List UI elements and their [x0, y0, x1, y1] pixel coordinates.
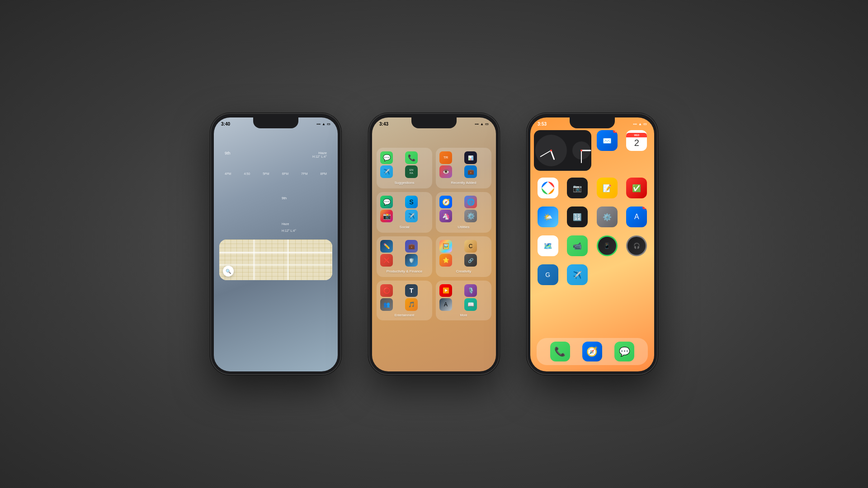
dock-messages[interactable]: 💬 — [614, 342, 634, 361]
icon-cursor: C — [464, 240, 477, 253]
map-widget[interactable]: 🔍 — [219, 239, 332, 280]
folder-recently-added-apps: TR 📊 👁️ 💼 — [439, 151, 488, 178]
settings-icon: ⚙️ — [597, 206, 618, 227]
icon-telegram-social: ✈️ — [405, 210, 418, 222]
mail-badge: 5 — [613, 130, 618, 133]
airpods-icon-home: 🎧 — [626, 235, 647, 256]
icon-typeface: T — [405, 284, 418, 297]
folder-entertainment-apps: ⭕ T 👥 🎵 — [380, 284, 429, 311]
googlemaps-icon: 🗺️ — [538, 235, 558, 256]
battery-icon: ▭ — [327, 122, 330, 126]
folder-recently-added-label: Recently Added — [439, 181, 488, 185]
icon-audiomack: 🎵 — [405, 298, 418, 311]
dock-safari[interactable]: 🧭 — [582, 342, 602, 361]
wifi-icon-2: ▲ — [480, 122, 484, 126]
clock-widget-display — [534, 130, 591, 171]
icon-teams: 💼 — [405, 240, 418, 253]
folder-productivity-apps: ✏️ 💼 ❌ 🛡️ — [380, 240, 429, 267]
reminders-icon: ✅ — [626, 178, 647, 198]
mail-icon: ✉️ 5 — [597, 130, 618, 151]
folder-more[interactable]: ▶️ 🎙️ A 📖 More — [436, 281, 491, 320]
facetime-icon: 📹 — [567, 235, 588, 256]
folder-utilities-label: Utilities — [439, 225, 488, 229]
phone-1-screen: 3:40 ▪▪▪ ▲ ▭ 🔍 Search 9th 12° Haze H: — [214, 117, 338, 371]
battery-icon-3: ▭ — [643, 122, 647, 126]
icon-ms: 💼 — [464, 165, 477, 178]
ws-detail: H:12° L:4° — [282, 229, 328, 232]
status-time-1: 3:40 — [221, 122, 230, 127]
status-icons-1: ▪▪▪ ▲ ▭ — [317, 122, 330, 126]
telegram-icon-home: ✈️ — [567, 264, 588, 285]
folder-creativity[interactable]: 🖼️ C ⭐ 🔗 Creativity — [436, 236, 491, 277]
folder-productivity[interactable]: ✏️ 💼 ❌ 🛡️ Productivity & Finance — [377, 236, 432, 277]
icon-xmind: ❌ — [380, 254, 393, 267]
folder-more-apps: ▶️ 🎙️ A 📖 — [439, 284, 488, 311]
folder-suggestions-apps: 💬 📞 ✈️ ENFA — [380, 151, 429, 178]
icon-skype: S — [405, 196, 418, 208]
weather-desc: Haze — [312, 151, 327, 155]
folder-suggestions[interactable]: 💬 📞 ✈️ ENFA Suggestions — [377, 148, 432, 188]
icon-eye-catch: 👁️ — [439, 165, 452, 178]
weather-right: Haze H:12° L:4° — [312, 151, 327, 158]
icon-settings: ⚙️ — [464, 210, 477, 222]
icon-phone: 📞 — [405, 151, 418, 164]
icon-trendyol: TR — [439, 151, 452, 164]
folder-suggestions-label: Suggestions — [380, 181, 429, 185]
status-time-3: 3:53 — [538, 122, 547, 127]
clock-min-hand-2 — [581, 150, 582, 163]
calendar-icon: WED 2 — [626, 130, 647, 151]
icon-quill: ✏️ — [380, 240, 393, 253]
wifi-icon: ▲ — [322, 122, 326, 126]
folder-creativity-apps: 🖼️ C ⭐ 🔗 — [439, 240, 488, 267]
folder-creativity-label: Creativity — [439, 269, 488, 273]
icon-shield: 🛡️ — [405, 254, 418, 267]
dock: 📞 🧭 💬 — [537, 338, 648, 365]
wifi-icon-3: ▲ — [638, 122, 642, 126]
icon-link: 🔗 — [464, 254, 477, 267]
notch-1 — [253, 117, 298, 128]
folder-utilities-apps: 🧭 🌐 🦄 ⚙️ — [439, 196, 488, 222]
phone-1: 3:40 ▪▪▪ ▲ ▭ 🔍 Search 9th 12° Haze H: — [210, 113, 341, 375]
clock-hour-hand — [550, 150, 555, 160]
phone-3: 3:53 ▪▪▪ ▲ ▭ — [527, 113, 658, 375]
calculator-icon: 🔢 — [567, 206, 588, 227]
folder-recently-added[interactable]: TR 📊 👁️ 💼 Recently Added — [436, 148, 491, 188]
status-icons-2: ▪▪▪ ▲ ▭ — [475, 122, 489, 126]
status-icons-3: ▪▪▪ ▲ ▭ — [633, 122, 647, 126]
icon-telegram: ✈️ — [380, 165, 393, 178]
phone-3-screen: 3:53 ▪▪▪ ▲ ▭ — [530, 117, 654, 371]
icon-book: 📖 — [464, 298, 477, 311]
icon-podcast: 🎙️ — [464, 284, 477, 297]
icon-chrome: 🌐 — [464, 196, 477, 208]
folder-productivity-label: Productivity & Finance — [380, 269, 429, 273]
status-time-2: 3:43 — [379, 122, 388, 127]
notch-2 — [411, 117, 457, 128]
phone-2: 3:43 ▪▪▪ ▲ ▭ 🔍 App Library 💬 📞 ✈️ ENFA — [368, 113, 500, 375]
map-search-button[interactable]: 🔍 — [223, 266, 234, 277]
analog-clock-main — [535, 135, 567, 166]
notch-3 — [570, 117, 615, 128]
folder-social-label: Social — [380, 225, 429, 229]
folder-social-apps: 💬 S 📸 ✈️ — [380, 196, 429, 222]
folder-social[interactable]: 💬 S 📸 ✈️ Social — [377, 192, 432, 233]
folder-utilities[interactable]: 🧭 🌐 🦄 ⚙️ Utilities — [436, 192, 491, 233]
signal-icon-3: ▪▪▪ — [633, 122, 637, 126]
clock-hour-hand-2 — [581, 150, 591, 151]
icon-safari: 🧭 — [439, 196, 452, 208]
icon-red-app: ⭕ — [380, 284, 393, 297]
signal-icon-2: ▪▪▪ — [475, 122, 479, 126]
camera-icon: 📷 — [567, 178, 588, 198]
clock-center-dot — [550, 150, 552, 151]
weather-haze: H:12° L:4° — [312, 155, 327, 158]
icon-instagram: 📸 — [380, 210, 393, 222]
icon-talk: 👥 — [380, 298, 393, 311]
dock-phone[interactable]: 📞 — [550, 342, 570, 361]
folder-entertainment[interactable]: ⭕ T 👥 🎵 Entertainment — [377, 281, 432, 320]
icon-messages: 💬 — [380, 151, 393, 164]
icon-youtube: ▶️ — [439, 284, 452, 297]
weather-icon: 🌤️ — [538, 206, 558, 227]
appstore-badge: 5 — [642, 206, 647, 209]
ws-desc: Haze — [282, 222, 328, 225]
icon-star: ⭐ — [439, 254, 452, 267]
clock-widget-large[interactable]: Clock — [534, 130, 591, 174]
